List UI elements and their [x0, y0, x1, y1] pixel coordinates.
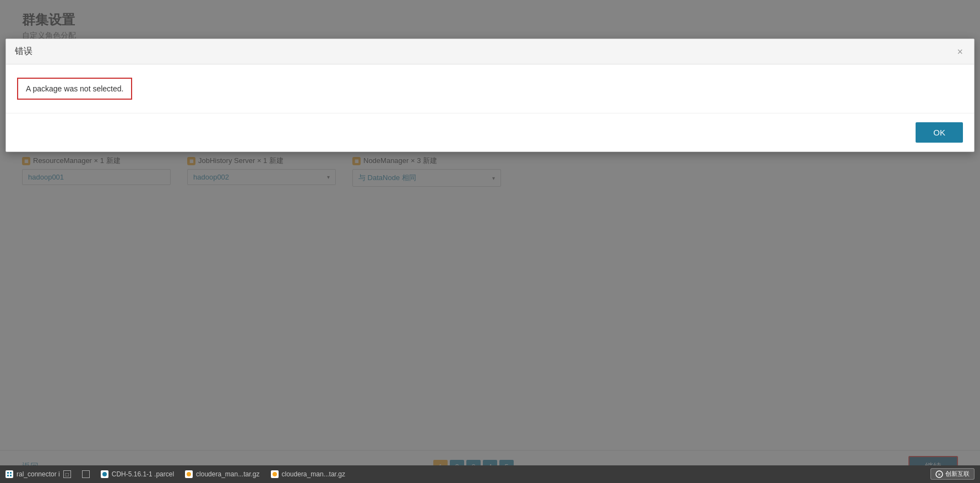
- modal-footer: OK: [6, 113, 974, 151]
- svg-point-6: [273, 472, 277, 476]
- svg-point-4: [102, 472, 107, 476]
- status-icon-cloudera1: [185, 470, 193, 478]
- status-icon-1: [6, 470, 13, 478]
- svg-rect-0: [7, 472, 9, 474]
- status-item-cloudera1: cloudera_man...tar.gz: [185, 470, 259, 478]
- error-message: A package was not selected.: [17, 78, 132, 100]
- status-cloudera2-text: cloudera_man...tar.gz: [282, 470, 345, 478]
- status-icon-cloudera2: [271, 470, 279, 478]
- svg-rect-1: [10, 472, 12, 474]
- status-item-1: ral_connector i □: [6, 470, 71, 478]
- status-icon-cdh: [101, 470, 108, 478]
- svg-text:✕: ✕: [938, 473, 941, 476]
- brand-badge: ✕ 创新互联: [930, 468, 974, 480]
- modal-body: A package was not selected.: [6, 64, 974, 113]
- modal-header: 错误 ×: [6, 39, 974, 64]
- status-item-2: [82, 470, 90, 478]
- status-item-cloudera2: cloudera_man...tar.gz: [271, 470, 345, 478]
- status-bar: ral_connector i □ CDH-5.16.1-1 .parcel c…: [0, 465, 980, 483]
- status-cdh-text: CDH-5.16.1-1 .parcel: [112, 470, 174, 478]
- status-item-cdh: CDH-5.16.1-1 .parcel: [101, 470, 174, 478]
- modal-title: 错误: [15, 46, 32, 57]
- status-cloudera1-text: cloudera_man...tar.gz: [196, 470, 259, 478]
- svg-point-5: [187, 472, 191, 476]
- svg-rect-3: [10, 475, 12, 476]
- modal-close-button[interactable]: ×: [955, 47, 965, 57]
- error-modal: 错误 × A package was not selected. OK: [6, 39, 974, 152]
- ok-button[interactable]: OK: [916, 122, 963, 143]
- svg-rect-2: [7, 475, 9, 476]
